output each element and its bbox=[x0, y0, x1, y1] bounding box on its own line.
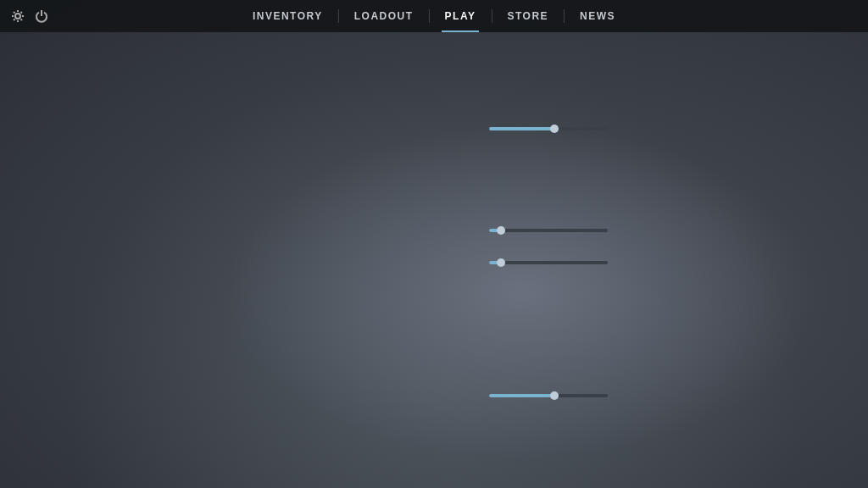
top-bar: Inventory Loadout Play Store News bbox=[0, 0, 868, 32]
nav-news[interactable]: News bbox=[565, 0, 631, 32]
community-notif-h-thumb[interactable] bbox=[497, 226, 505, 235]
nav-play[interactable]: Play bbox=[430, 0, 492, 32]
background-overlay bbox=[0, 0, 868, 488]
settings-icon[interactable] bbox=[10, 8, 25, 24]
nav-loadout[interactable]: Loadout bbox=[339, 0, 429, 32]
hud-scale-track bbox=[489, 394, 608, 397]
community-notif-h-track bbox=[489, 229, 608, 232]
matchmaking-ping-fill bbox=[489, 127, 554, 130]
matchmaking-ping-thumb[interactable] bbox=[550, 125, 559, 133]
nav-inventory[interactable]: Inventory bbox=[237, 0, 338, 32]
top-bar-icons bbox=[10, 8, 49, 24]
community-notif-v-thumb[interactable] bbox=[497, 258, 505, 267]
hud-scale-thumb[interactable] bbox=[550, 391, 559, 400]
app: Inventory Loadout Play Store News ⚲ New … bbox=[0, 0, 868, 488]
power-icon[interactable] bbox=[34, 8, 49, 24]
svg-point-0 bbox=[15, 14, 20, 19]
community-notif-v-track bbox=[489, 261, 608, 264]
main-nav: Inventory Loadout Play Store News bbox=[237, 0, 631, 32]
hud-scale-fill bbox=[489, 394, 554, 397]
nav-store[interactable]: Store bbox=[492, 0, 564, 32]
matchmaking-ping-track bbox=[489, 127, 608, 130]
